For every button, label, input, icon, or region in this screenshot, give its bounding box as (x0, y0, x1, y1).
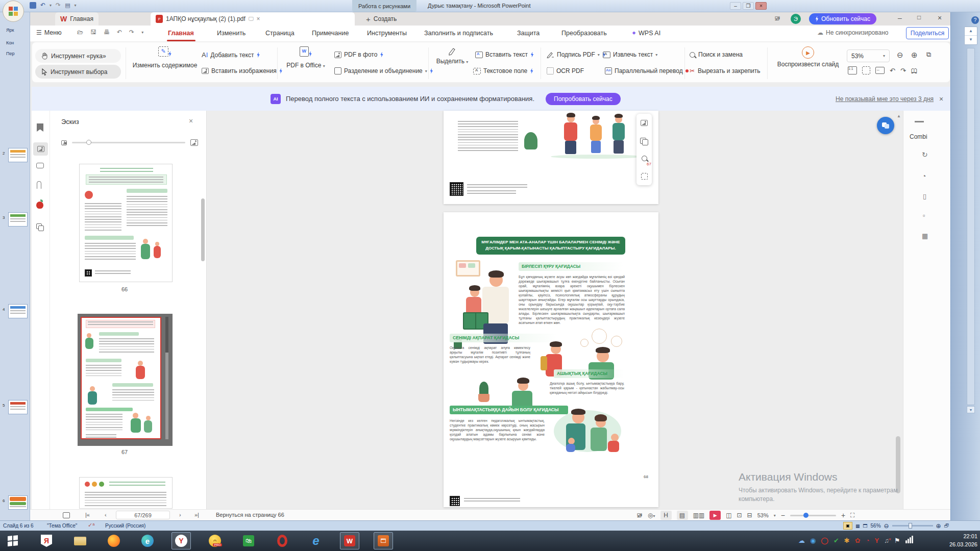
tab-pdf-document[interactable]: P 1АПҚО нұсқаулық (2) (1).pdf 🖵 × (151, 12, 355, 26)
export-image-button[interactable] (636, 114, 652, 132)
menu-tab-home[interactable]: Главная (168, 30, 194, 37)
status-zoom-value[interactable]: 53% (757, 512, 769, 518)
sidebar-toggle-icon[interactable] (63, 512, 70, 518)
try-now-button[interactable]: Попробовать сейчас (546, 93, 621, 105)
zoom-dropdown-icon[interactable]: ▾ (774, 513, 776, 518)
tray-antivirus-icon[interactable]: ✔ (834, 537, 839, 544)
edge-icon[interactable]: e (138, 532, 157, 549)
single-page-icon[interactable]: ▤ (677, 511, 688, 520)
first-page-icon[interactable]: |« (85, 512, 90, 518)
undo-icon[interactable]: ↶ (117, 29, 122, 36)
ppt-close-button[interactable]: × (755, 2, 767, 10)
status-zoom-out-icon[interactable]: − (781, 511, 785, 519)
panel-close-icon[interactable]: × (189, 117, 193, 125)
insert-images-button[interactable]: Вставить изображения (202, 67, 283, 74)
ppt-minimize-button[interactable]: – (730, 2, 741, 10)
locate-icon[interactable]: ◎▾ (648, 512, 655, 519)
more-actions-icon[interactable]: ▾ (141, 30, 143, 35)
collapse-handle[interactable] (915, 121, 924, 122)
ppt-zoom-knob[interactable] (909, 523, 912, 529)
tray-network-icon[interactable] (905, 536, 914, 545)
attachment-icon[interactable] (37, 181, 41, 189)
page-67-thumbnail-selected[interactable] (78, 314, 173, 446)
translate-float-button[interactable] (877, 117, 894, 134)
parallel-translate-button[interactable]: Aя Параллельный перевод (605, 67, 689, 74)
page-number-input[interactable]: 67/269 (116, 511, 170, 519)
pdf-scrollbar[interactable] (896, 120, 901, 509)
menu-tab-fill-sign[interactable]: Заполнить и подписать (424, 30, 493, 37)
avatar[interactable]: Э (791, 14, 801, 24)
find-replace-button[interactable]: Поиск и замена (690, 51, 743, 58)
save-icon[interactable] (30, 2, 36, 9)
help-icon[interactable]: ? (971, 16, 979, 24)
thumb-size-large-icon[interactable] (190, 139, 198, 146)
tray-language-flag-icon[interactable]: ⚑ (894, 537, 900, 544)
fit-width-icon[interactable]: ⊟ (747, 512, 752, 519)
menu-tab-protect[interactable]: Защита (517, 30, 540, 37)
menu-tab-wps-ai[interactable]: ✦ WPS AI (631, 30, 660, 37)
ppt-slide-thumb[interactable] (8, 495, 28, 510)
undo-icon[interactable]: ↶ (40, 2, 45, 9)
rotate-left-icon[interactable]: ↶ (890, 67, 895, 74)
wps-office-taskbar-icon[interactable]: W (340, 532, 359, 549)
next-page-icon[interactable]: › (179, 512, 181, 518)
ppt-zoom-value[interactable]: 56% (871, 523, 881, 529)
comments-icon[interactable] (36, 163, 44, 168)
internet-explorer-icon[interactable]: e (306, 532, 326, 549)
menu-tab-comment[interactable]: Примечание (312, 30, 349, 37)
back-to-page-link[interactable]: Вернуться на страницу 66 (216, 512, 284, 518)
tab-wps-home[interactable]: W Главная (55, 12, 99, 26)
pdf-to-photo-button[interactable]: PDF в фото (334, 51, 383, 58)
zoom-out-icon[interactable]: ⊖ (897, 51, 903, 60)
fit-width-icon[interactable]: ↔ (875, 67, 885, 74)
opera-icon[interactable] (273, 532, 292, 549)
edit-content-button[interactable]: ✎ Изменить содержимое (132, 46, 198, 80)
reading-mode-icon[interactable]: H (660, 511, 672, 520)
undo-dropdown[interactable]: ▾ (50, 3, 52, 8)
fit-slide-icon[interactable]: 🗗 (944, 523, 949, 529)
ppt-slide-thumb[interactable] (8, 304, 28, 318)
actual-size-icon[interactable]: 1:1 (848, 66, 857, 74)
panel-scrollbar[interactable] (201, 111, 205, 509)
banner-close-icon[interactable]: × (939, 95, 943, 103)
ppt-restore-button[interactable]: ❐ (743, 2, 754, 10)
print-preview-icon[interactable]: ▤ (65, 2, 70, 9)
highlight-button[interactable]: Выделить ▾ (432, 46, 472, 80)
sign-pdf-button[interactable]: Подпись PDF ▾ (547, 51, 606, 58)
split-merge-button[interactable]: Разделение и объединение ▾ (334, 67, 433, 74)
menu-button[interactable]: ☰ Меню (36, 29, 62, 36)
pdf-scrollbar-thumb[interactable] (896, 436, 900, 493)
rotate-right-icon[interactable]: ↷ (900, 67, 906, 74)
zoom-in-icon[interactable]: ⊕ (911, 51, 918, 60)
yandex-app-icon[interactable]: Я (37, 532, 56, 549)
add-text-button[interactable]: AI Добавить текст (202, 51, 260, 59)
sync-status[interactable]: ☁ Не синхронизировано (817, 29, 888, 36)
tab-close-icon[interactable]: × (257, 15, 260, 22)
slider-knob[interactable] (86, 140, 91, 145)
zoom-select[interactable]: 53% ▾ (847, 49, 890, 62)
menu-tab-edit[interactable]: Изменить (217, 30, 246, 37)
layers-icon[interactable] (36, 222, 47, 231)
bookmarks-icon[interactable] (37, 123, 43, 132)
history-icon[interactable]: ◔ (922, 172, 926, 180)
magnifier-button[interactable]: 67 (636, 149, 652, 167)
clock[interactable]: 22:01 26.03.2026 (942, 533, 977, 549)
menu-tab-convert[interactable]: Преобразовать (561, 30, 607, 37)
ppt-slide-thumb[interactable] (8, 148, 28, 162)
apple-icon[interactable] (36, 202, 43, 209)
thumb-size-small-icon[interactable] (61, 140, 67, 145)
double-page-icon[interactable]: ▥▥ (693, 512, 705, 519)
redo-icon[interactable]: ↷ (129, 29, 134, 36)
fullscreen-button[interactable] (636, 167, 652, 185)
page-68-thumbnail[interactable] (79, 477, 173, 509)
spin-up-icon[interactable]: ▲ (965, 27, 977, 35)
pdf-to-office-button[interactable]: W PDF в Office ▾ (281, 46, 330, 80)
ppt-zoom-in-icon[interactable]: ⊕ (936, 522, 941, 530)
cut-pin-button[interactable]: ✂ Вырезать и закрепить (690, 67, 761, 74)
thumb-size-slider[interactable] (72, 142, 185, 143)
tray-gauge-icon[interactable]: ◔ (866, 537, 870, 544)
zoom-slider[interactable] (790, 515, 836, 516)
language-status[interactable]: Русский (Россия) (105, 523, 145, 529)
select-tool-button[interactable]: Инструмент выбора (35, 65, 121, 79)
file-explorer-icon[interactable] (70, 532, 90, 549)
